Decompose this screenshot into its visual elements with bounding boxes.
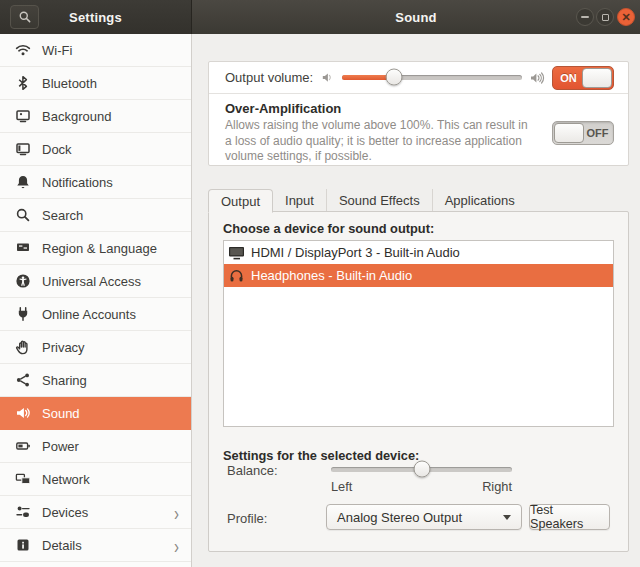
- sidebar-item-background[interactable]: Background: [0, 100, 191, 133]
- sidebar-item-label: Region & Language: [42, 241, 157, 256]
- hand-icon: [15, 339, 31, 355]
- sidebar-item-label: Universal Access: [42, 274, 141, 289]
- tab-sound-effects[interactable]: Sound Effects: [327, 189, 433, 212]
- output-volume-label: Output volume:: [225, 70, 313, 85]
- network-icon: [15, 471, 31, 487]
- sidebar-item-privacy[interactable]: Privacy: [0, 331, 191, 364]
- dock-icon: [15, 141, 31, 157]
- minimize-button[interactable]: [576, 8, 594, 26]
- sound-panel: Output volume: ON Over-Amplification All…: [192, 34, 640, 567]
- switch-handle: [582, 68, 612, 88]
- flag-icon: [15, 240, 31, 256]
- display-icon: [227, 244, 246, 261]
- test-speakers-button[interactable]: Test Speakers: [529, 504, 610, 530]
- device-row-hdmi[interactable]: HDMI / DisplayPort 3 - Built-in Audio: [224, 241, 613, 264]
- sidebar-item-label: Sharing: [42, 373, 87, 388]
- volume-high-icon: [529, 70, 545, 86]
- sidebar-item-label: Privacy: [42, 340, 85, 355]
- online-accounts-icon: [15, 306, 31, 322]
- headphones-icon: [227, 267, 246, 284]
- share-icon: [15, 372, 31, 388]
- volume-panel: Output volume: ON Over-Amplification All…: [208, 61, 629, 166]
- sidebar-item-dock[interactable]: Dock: [0, 133, 191, 166]
- output-volume-switch[interactable]: ON: [552, 66, 614, 90]
- sidebar-item-network[interactable]: Network: [0, 463, 191, 496]
- balance-right-label: Right: [482, 479, 512, 494]
- accessibility-icon: [15, 273, 31, 289]
- sidebar-item-wifi[interactable]: Wi-Fi: [0, 34, 191, 67]
- sidebar-item-devices[interactable]: Devices ›: [0, 496, 191, 529]
- bluetooth-icon: [15, 75, 31, 91]
- sidebar-item-label: Search: [42, 208, 83, 223]
- window-title: Sound: [192, 0, 640, 34]
- close-icon: ✕: [621, 12, 630, 23]
- output-device-list: HDMI / DisplayPort 3 - Built-in Audio He…: [223, 240, 614, 427]
- sidebar-item-sound[interactable]: Sound: [0, 397, 191, 430]
- sidebar-item-bluetooth[interactable]: Bluetooth: [0, 67, 191, 100]
- tab-applications[interactable]: Applications: [433, 189, 527, 212]
- choose-device-label: Choose a device for sound output:: [223, 221, 434, 236]
- device-row-headphones[interactable]: Headphones - Built-in Audio: [224, 264, 613, 287]
- balance-left-label: Left: [331, 479, 352, 494]
- sidebar-item-label: Dock: [42, 142, 72, 157]
- sidebar-item-label: Background: [42, 109, 111, 124]
- sidebar-item-label: Notifications: [42, 175, 113, 190]
- maximize-button[interactable]: [596, 8, 614, 26]
- bell-icon: [15, 174, 31, 190]
- sidebar-item-label: Sound: [42, 406, 80, 421]
- sidebar-item-region-language[interactable]: Region & Language: [0, 232, 191, 265]
- sidebar-item-sharing[interactable]: Sharing: [0, 364, 191, 397]
- over-amplification-switch[interactable]: OFF: [552, 121, 614, 145]
- profile-label: Profile:: [227, 511, 267, 526]
- sidebar-headerbar: Settings: [0, 0, 192, 34]
- tab-output[interactable]: Output: [208, 189, 273, 213]
- chevron-down-icon: [503, 515, 511, 520]
- background-icon: [15, 108, 31, 124]
- sidebar-item-label: Wi-Fi: [42, 43, 72, 58]
- over-amplification-description: Allows raising the volume above 100%. Th…: [225, 118, 537, 165]
- close-button[interactable]: ✕: [617, 8, 635, 26]
- window-headerbar[interactable]: Sound ✕: [192, 0, 640, 34]
- sound-tabs: Output Input Sound Effects Applications: [208, 188, 527, 212]
- sidebar-item-label: Bluetooth: [42, 76, 97, 91]
- slider-handle[interactable]: [413, 461, 430, 478]
- balance-label: Balance:: [227, 463, 278, 478]
- profile-dropdown[interactable]: Analog Stereo Output: [326, 504, 522, 530]
- chevron-right-icon: ›: [174, 502, 179, 522]
- sidebar-item-label: Power: [42, 439, 79, 454]
- chevron-right-icon: ›: [174, 535, 179, 555]
- switch-state-label: OFF: [582, 122, 613, 144]
- tab-input[interactable]: Input: [273, 189, 327, 212]
- sidebar-item-label: Network: [42, 472, 90, 487]
- devices-icon: [15, 504, 31, 520]
- slider-handle[interactable]: [386, 69, 403, 86]
- profile-selected-value: Analog Stereo Output: [337, 510, 503, 525]
- device-name: Headphones - Built-in Audio: [251, 268, 412, 283]
- over-amplification-title: Over-Amplification: [225, 101, 552, 116]
- settings-sidebar: Wi-Fi Bluetooth Background Dock Notifica…: [0, 34, 192, 567]
- sidebar-item-label: Devices: [42, 505, 88, 520]
- output-volume-slider[interactable]: [342, 69, 522, 86]
- minimize-icon: [581, 16, 589, 18]
- balance-slider[interactable]: [331, 461, 512, 478]
- sidebar-item-universal-access[interactable]: Universal Access: [0, 265, 191, 298]
- switch-handle: [554, 123, 584, 143]
- speaker-icon: [15, 405, 31, 421]
- over-amplification-text: Over-Amplification Allows raising the vo…: [225, 101, 552, 165]
- sidebar-item-details[interactable]: Details ›: [0, 529, 191, 562]
- sidebar-item-power[interactable]: Power: [0, 430, 191, 463]
- output-tab-page: Choose a device for sound output: HDMI /…: [208, 211, 629, 552]
- balance-scale-labels: Left Right: [331, 479, 512, 494]
- maximize-icon: [602, 14, 609, 21]
- search-icon: [15, 207, 31, 223]
- sidebar-item-online-accounts[interactable]: Online Accounts: [0, 298, 191, 331]
- battery-icon: [15, 438, 31, 454]
- sidebar-item-search[interactable]: Search: [0, 199, 191, 232]
- settings-window: Settings Sound ✕ Wi-Fi Bluetooth Backgro…: [0, 0, 640, 567]
- sidebar-item-notifications[interactable]: Notifications: [0, 166, 191, 199]
- wifi-icon: [15, 42, 31, 58]
- over-amplification-row: Over-Amplification Allows raising the vo…: [209, 94, 628, 165]
- output-volume-row: Output volume: ON: [209, 62, 628, 94]
- info-icon: [15, 537, 31, 553]
- volume-low-icon: [320, 70, 335, 85]
